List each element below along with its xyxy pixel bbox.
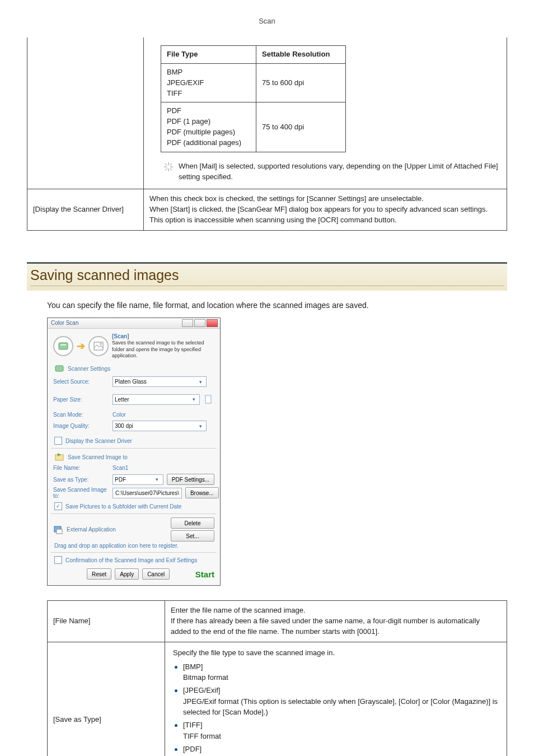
list-item: [BMP] Bitmap format: [173, 662, 499, 684]
save-options-table: [File Name] Enter the file name of the s…: [47, 600, 507, 756]
save-subfolder-checkbox[interactable]: ✓: [54, 502, 62, 510]
filetype-line: PDF: [167, 106, 250, 116]
file-name-row-body: Enter the file name of the scanned image…: [165, 601, 507, 642]
filetype-col-header: File Type: [161, 46, 256, 64]
start-button[interactable]: Start: [195, 570, 214, 579]
table-row: BMP JPEG/EXIF TIFF 75 to 600 dpi: [161, 63, 346, 102]
delete-button[interactable]: Delete: [171, 517, 214, 529]
note-icon: [164, 162, 173, 171]
svg-line-4: [165, 164, 167, 166]
doc-section-header: Scan: [27, 17, 507, 25]
chevron-down-icon: ▾: [196, 423, 204, 429]
scan-desc-text: Saves the scanned image to the selected …: [112, 340, 204, 358]
scan-mode-value: Color: [113, 412, 126, 418]
upper-settings-empty-cell: [27, 38, 144, 189]
body-line: When [Start] is clicked, the [ScanGear M…: [149, 204, 501, 215]
scanner-settings-heading: Scanner Settings: [68, 366, 110, 372]
arrow-right-icon: ➔: [77, 341, 85, 351]
scan-mode-label: Scan Mode:: [53, 412, 109, 418]
body-line: When this check box is checked, the sett…: [149, 194, 501, 204]
list-item-head: [TIFF]: [183, 721, 203, 729]
filetype-line: PDF (multiple pages): [167, 127, 250, 138]
scan-desc-title: [Scan]: [112, 333, 129, 339]
file-name-row-label: [File Name]: [48, 601, 165, 642]
list-item-head: [JPEG/Exif]: [183, 686, 220, 694]
save-as-type-value: PDF: [115, 477, 126, 483]
photo-illustration-icon: [88, 336, 109, 356]
filetype-line: TIFF: [167, 88, 250, 99]
table-row: PDF PDF (1 page) PDF (multiple pages) PD…: [161, 102, 346, 152]
resolution-col-header: Settable Resolution: [256, 46, 346, 64]
select-source-label: Select Source:: [53, 379, 109, 385]
display-driver-checkbox[interactable]: [54, 437, 62, 445]
filetype-line: PDF (1 page): [167, 116, 250, 127]
svg-rect-9: [60, 344, 66, 346]
save-as-type-row-label: [Save as Type]: [48, 642, 165, 756]
body-line: Enter the file name of the scanned image…: [171, 605, 501, 616]
section-intro: You can specify the file name, file form…: [47, 301, 507, 310]
dialog-title: Color Scan: [51, 320, 78, 326]
save-to-value: C:\Users\user07\Pictures\: [115, 490, 179, 496]
save-to-textbox[interactable]: C:\Users\user07\Pictures\: [113, 488, 182, 498]
svg-rect-16: [57, 529, 62, 534]
display-scanner-driver-body: When this check box is checked, the sett…: [144, 189, 507, 231]
filetype-line: BMP: [167, 67, 250, 78]
file-name-label: File Name:: [53, 465, 109, 471]
body-line: Specify the file type to save the scanne…: [173, 648, 499, 659]
paper-size-value: Letter: [115, 396, 129, 403]
close-icon[interactable]: [207, 319, 218, 327]
display-driver-label: Display the Scanner Driver: [65, 438, 132, 444]
body-line: This option is inaccessible when scannin…: [149, 215, 501, 226]
apply-button[interactable]: Apply: [115, 568, 139, 580]
scanner-illustration-icon: [53, 336, 73, 356]
set-button[interactable]: Set...: [171, 530, 214, 542]
confirm-checkbox[interactable]: [54, 556, 62, 564]
paper-size-label: Paper Size:: [53, 396, 109, 403]
resolution-cell: 75 to 600 dpi: [256, 63, 346, 102]
list-item: [TIFF] TIFF format: [173, 720, 499, 742]
svg-line-6: [170, 164, 172, 166]
upper-settings-table: File Type Settable Resolution BMP JPEG/E…: [27, 38, 507, 231]
resolution-cell: 75 to 400 dpi: [256, 102, 346, 152]
filetype-line: PDF (additional pages): [167, 138, 250, 148]
filetype-line: JPEG/EXIF: [167, 78, 250, 88]
paper-size-combo[interactable]: Letter ▾: [113, 394, 200, 405]
external-app-heading: External Application: [67, 526, 116, 533]
paper-orientation-icon[interactable]: [203, 394, 214, 405]
list-item: [PDF] PDF format (multiple pages or sing…: [173, 744, 499, 757]
save-as-type-row-body: Specify the file type to save the scanne…: [165, 642, 507, 756]
image-quality-label: Image Quality:: [53, 423, 109, 429]
chevron-down-icon: ▾: [153, 477, 161, 482]
list-item-sub: TIFF format: [183, 731, 499, 742]
save-to-label: Save Scanned Image to:: [53, 487, 109, 499]
image-quality-value: 300 dpi: [115, 423, 133, 429]
dialog-screenshot: Color Scan ➔ [Scan] Saves the scanned im…: [47, 318, 221, 586]
minimize-icon[interactable]: [182, 319, 193, 327]
reset-button[interactable]: Reset: [87, 568, 111, 580]
save-subfolder-label: Save Pictures to a Subfolder with Curren…: [65, 503, 181, 510]
list-item-head: [PDF]: [183, 745, 202, 753]
maximize-icon[interactable]: [194, 319, 205, 327]
section-heading-bar: Saving scanned images: [27, 262, 507, 291]
browse-button[interactable]: Browse...: [185, 487, 219, 498]
image-quality-combo[interactable]: 300 dpi ▾: [113, 421, 207, 431]
cancel-button[interactable]: Cancel: [142, 568, 170, 580]
list-item-head: [BMP]: [183, 662, 203, 671]
section-heading-text: Saving scanned images: [30, 267, 179, 283]
list-item-sub: Bitmap format: [183, 673, 499, 683]
pdf-settings-button[interactable]: PDF Settings...: [167, 474, 214, 485]
save-as-type-combo[interactable]: PDF ▾: [113, 474, 163, 485]
save-image-icon: [54, 452, 64, 462]
chevron-down-icon: ▾: [190, 396, 198, 402]
svg-line-7: [165, 168, 167, 170]
body-line: If there has already been a file saved u…: [171, 616, 501, 637]
filetype-resolution-table: File Type Settable Resolution BMP JPEG/E…: [161, 45, 346, 152]
svg-rect-8: [59, 343, 68, 349]
note-text: When [Mail] is selected, supported resol…: [179, 161, 500, 183]
confirm-label: Confirmation of the Scanned Image and Ex…: [65, 557, 197, 563]
scanner-settings-icon: [54, 363, 64, 374]
save-image-heading: Save Scanned Image to: [68, 454, 128, 460]
select-source-combo[interactable]: Platen Glass ▾: [113, 376, 207, 387]
drag-drop-hint: Drag and drop an application icon here t…: [54, 543, 214, 549]
external-app-icon: [53, 525, 63, 535]
